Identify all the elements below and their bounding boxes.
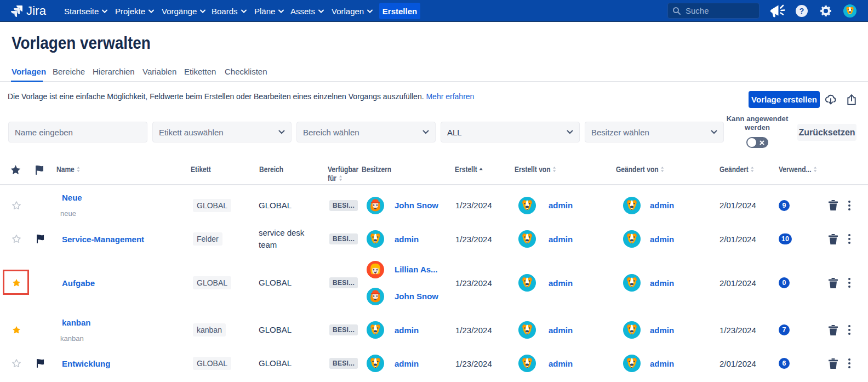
svg-text:?: ? (800, 7, 804, 15)
